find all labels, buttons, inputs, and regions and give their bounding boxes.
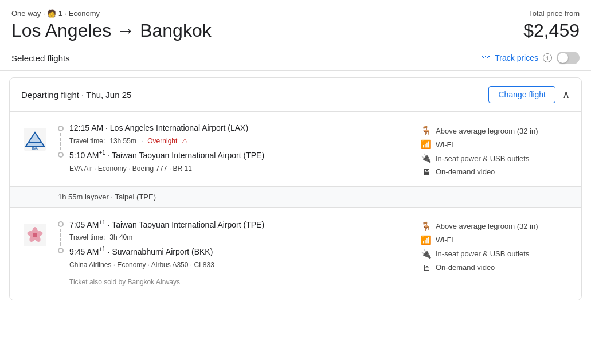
overnight-badge: Overnight xyxy=(147,137,177,145)
change-flight-button[interactable]: Change flight xyxy=(488,86,555,103)
amenity-power-1: 🔌 In-seat power & USB outlets xyxy=(421,153,570,163)
dashed-line-2 xyxy=(60,229,61,246)
segment-2: 7:05 AM+1 · Taiwan Taoyuan International… xyxy=(10,208,581,300)
amenities-1: 🪑 Above average legroom (32 in) 📶 Wi-Fi … xyxy=(421,121,570,177)
flight-times-2: 7:05 AM+1 · Taiwan Taoyuan International… xyxy=(58,217,412,291)
dot-line-2 xyxy=(58,219,64,253)
price-section: Total price from $2,459 xyxy=(523,9,580,41)
amenity-video-2: 🖥 On-demand video xyxy=(421,263,570,272)
amenity-video-1: 🖥 On-demand video xyxy=(421,167,570,177)
segment-1-left: EVA 12:15 AM · Los Angeles Inte xyxy=(21,121,412,177)
warning-icon: ⚠ xyxy=(182,137,188,145)
selected-flights-label: Selected flights xyxy=(11,53,70,63)
flight-card-title: Departing flight · Thu, Jun 25 xyxy=(21,90,131,100)
amenities-2: 🪑 Above average legroom (32 in) 📶 Wi-Fi … xyxy=(421,217,570,291)
svg-point-11 xyxy=(33,233,37,237)
dot-arrive-1 xyxy=(58,152,64,158)
wifi-icon-2: 📶 xyxy=(421,235,431,245)
trip-meta: One way · 🧑 1 · Economy xyxy=(11,9,212,18)
legroom-icon-2: 🪑 xyxy=(421,221,431,232)
info-icon[interactable]: ℹ xyxy=(543,53,552,62)
wifi-icon: 📶 xyxy=(421,139,431,150)
video-icon: 🖥 xyxy=(421,167,431,177)
flight-times-1: 12:15 AM · Los Angeles International Air… xyxy=(58,121,412,177)
dot-depart-1 xyxy=(58,126,64,131)
toggle-knob xyxy=(558,53,568,63)
flight-meta-2b: Ticket also sold by Bangkok Airways xyxy=(69,276,264,291)
amenity-legroom-2: 🪑 Above average legroom (32 in) xyxy=(421,221,570,232)
selected-flights-bar: Selected flights 〰 Track prices ℹ xyxy=(0,46,591,71)
arrive-time-2: 9:45 AM+1 · Suvarnabhumi Airport (BKK) xyxy=(69,246,264,256)
amenity-power-2: 🔌 In-seat power & USB outlets xyxy=(421,249,570,259)
track-prices-text[interactable]: Track prices xyxy=(495,53,538,62)
layover-text: 1h 55m layover · Taipei (TPE) xyxy=(58,193,156,201)
trip-route: Los Angeles → Bangkok xyxy=(11,20,212,41)
track-prices-area[interactable]: 〰 Track prices ℹ xyxy=(481,52,580,64)
amenity-legroom-1: 🪑 Above average legroom (32 in) xyxy=(421,126,570,136)
china-airlines-logo xyxy=(21,221,49,249)
depart-time-1: 12:15 AM · Los Angeles International Air… xyxy=(69,123,264,132)
price-label: Total price from xyxy=(523,9,580,18)
power-icon-2: 🔌 xyxy=(421,249,431,259)
layover-bar: 1h 55m layover · Taipei (TPE) xyxy=(10,186,581,208)
dot-depart-2 xyxy=(58,221,64,227)
eva-air-logo: EVA xyxy=(21,126,49,153)
segment-1: EVA 12:15 AM · Los Angeles Inte xyxy=(10,112,581,186)
top-bar: One way · 🧑 1 · Economy Los Angeles → Ba… xyxy=(0,0,591,46)
svg-text:EVA: EVA xyxy=(32,147,38,150)
legroom-icon: 🪑 xyxy=(421,126,431,136)
dot-arrive-2 xyxy=(58,248,64,253)
dashed-line-1 xyxy=(60,133,61,150)
track-icon: 〰 xyxy=(481,53,490,63)
power-icon: 🔌 xyxy=(421,153,431,163)
amenity-wifi-1: 📶 Wi-Fi xyxy=(421,139,570,150)
chevron-up-icon[interactable]: ∧ xyxy=(562,88,570,101)
arrive-time-1: 5:10 AM+1 · Taiwan Taoyuan International… xyxy=(69,150,264,160)
flight-card: Departing flight · Thu, Jun 25 Change fl… xyxy=(9,77,582,300)
trip-info: One way · 🧑 1 · Economy Los Angeles → Ba… xyxy=(11,9,212,41)
video-icon-2: 🖥 xyxy=(421,263,431,272)
price-value: $2,459 xyxy=(523,20,580,41)
travel-time-row-2: Travel time: 3h 40m xyxy=(69,231,264,244)
depart-time-2: 7:05 AM+1 · Taiwan Taoyuan International… xyxy=(69,219,264,229)
amenity-wifi-2: 📶 Wi-Fi xyxy=(421,235,570,245)
dot-line-1 xyxy=(58,123,64,158)
travel-time-row-1: Travel time: 13h 55m · Overnight ⚠ xyxy=(69,135,264,147)
segment-2-left: 7:05 AM+1 · Taiwan Taoyuan International… xyxy=(21,217,412,291)
flight-meta-1: EVA Air · Economy · Boeing 777 · BR 11 xyxy=(69,162,264,177)
flight-card-header: Departing flight · Thu, Jun 25 Change fl… xyxy=(10,78,581,112)
flight-card-actions: Change flight ∧ xyxy=(488,86,570,103)
flight-meta-2: China Airlines · Economy · Airbus A350 ·… xyxy=(69,259,264,273)
track-prices-toggle[interactable] xyxy=(557,52,580,64)
